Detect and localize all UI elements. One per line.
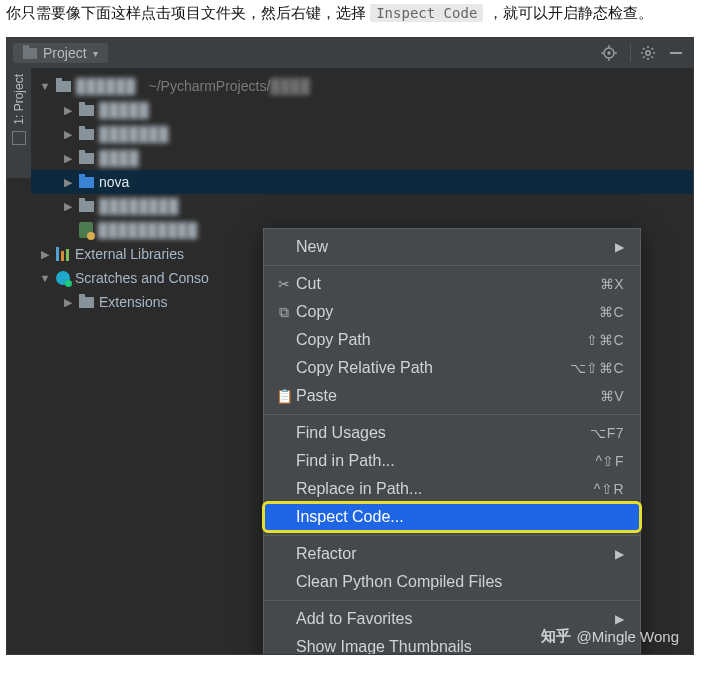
- menu-separator: [264, 600, 640, 601]
- tree-row-root[interactable]: ▼ ██████ ~/PycharmProjects/████: [31, 74, 693, 98]
- menu-item-find-in-path[interactable]: Find in Path... ^⇧F: [264, 447, 640, 475]
- pycharm-window: Project ▾ 1: Project ▼ ██████ ~/PycharmP…: [6, 37, 694, 655]
- folder-icon: [56, 81, 71, 92]
- menu-separator: [264, 265, 640, 266]
- menu-item-find-usages[interactable]: Find Usages ⌥F7: [264, 419, 640, 447]
- svg-line-12: [652, 57, 654, 59]
- expand-arrow-icon[interactable]: ▼: [39, 80, 51, 92]
- caption-prefix: 你只需要像下面这样点击项目文件夹，然后右键，选择: [6, 4, 366, 21]
- menu-item-inspect-code[interactable]: Inspect Code...: [264, 503, 640, 531]
- menu-separator: [264, 535, 640, 536]
- tool-window-label: 1: Project: [12, 74, 26, 125]
- expand-arrow-icon[interactable]: ▶: [62, 104, 74, 117]
- tree-label-obscured: ██████████: [98, 222, 197, 238]
- watermark-brand: 知乎: [541, 627, 571, 646]
- shortcut: ⌘X: [600, 276, 624, 292]
- expand-arrow-icon[interactable]: ▶: [62, 296, 74, 309]
- tree-row[interactable]: ▶ ████: [31, 146, 693, 170]
- tree-label-obscured: ████████: [99, 198, 178, 214]
- svg-line-14: [652, 48, 654, 50]
- expand-arrow-icon[interactable]: ▶: [62, 200, 74, 213]
- cut-icon: ✂: [272, 276, 296, 292]
- project-scope-label: Project: [43, 45, 87, 61]
- submenu-arrow-icon: ▶: [615, 547, 624, 561]
- libraries-icon: [56, 247, 70, 261]
- gear-icon[interactable]: [637, 42, 659, 64]
- tree-label: Scratches and Conso: [75, 270, 209, 286]
- menu-item-clean-python[interactable]: Clean Python Compiled Files: [264, 568, 640, 596]
- svg-point-1: [607, 51, 610, 54]
- tree-row[interactable]: ▶ ████████: [31, 194, 693, 218]
- menu-item-paste[interactable]: 📋 Paste ⌘V: [264, 382, 640, 410]
- menu-item-copy[interactable]: ⧉ Copy ⌘C: [264, 298, 640, 326]
- folder-icon: [79, 297, 94, 308]
- expand-arrow-icon[interactable]: ▶: [39, 248, 51, 261]
- menu-item-copy-path[interactable]: Copy Path ⇧⌘C: [264, 326, 640, 354]
- chevron-down-icon: ▾: [93, 48, 98, 59]
- context-menu: New ▶ ✂ Cut ⌘X ⧉ Copy ⌘C Copy Path ⇧⌘C C…: [263, 228, 641, 655]
- project-toolbar: Project ▾: [7, 38, 693, 68]
- svg-line-13: [643, 57, 645, 59]
- svg-line-11: [643, 48, 645, 50]
- expand-arrow-icon[interactable]: ▼: [39, 272, 51, 284]
- paste-icon: 📋: [272, 388, 296, 404]
- tree-row[interactable]: ▶ █████: [31, 98, 693, 122]
- locate-icon[interactable]: [598, 42, 620, 64]
- folder-icon: [79, 153, 94, 164]
- folder-icon: [79, 201, 94, 212]
- folder-icon: [79, 177, 94, 188]
- minimize-icon[interactable]: [665, 42, 687, 64]
- tree-row[interactable]: ▶ ███████: [31, 122, 693, 146]
- menu-item-refactor[interactable]: Refactor ▶: [264, 540, 640, 568]
- shortcut: ⌥⇧⌘C: [570, 360, 624, 376]
- tree-label-obscured: ███████: [99, 126, 168, 142]
- folder-icon: [79, 129, 94, 140]
- toolbar-divider: [630, 44, 631, 62]
- expand-arrow-icon[interactable]: ▶: [62, 152, 74, 165]
- tool-window-tab-project[interactable]: 1: Project: [7, 68, 31, 178]
- folder-icon: [23, 48, 37, 59]
- svg-rect-15: [670, 52, 682, 54]
- submenu-arrow-icon: ▶: [615, 240, 624, 254]
- python-file-icon: [79, 222, 93, 238]
- article-caption: 你只需要像下面这样点击项目文件夹，然后右键，选择 Inspect Code ，就…: [0, 0, 706, 37]
- tree-label: External Libraries: [75, 246, 184, 262]
- menu-item-replace-in-path[interactable]: Replace in Path... ^⇧R: [264, 475, 640, 503]
- copy-icon: ⧉: [272, 304, 296, 321]
- structure-tab-icon[interactable]: [12, 131, 26, 145]
- project-scope-selector[interactable]: Project ▾: [13, 43, 108, 63]
- shortcut: ⌥F7: [590, 425, 624, 441]
- shortcut: ⇧⌘C: [586, 332, 624, 348]
- caption-code: Inspect Code: [370, 4, 483, 22]
- svg-point-6: [646, 51, 650, 55]
- shortcut: ⌘V: [600, 388, 624, 404]
- submenu-arrow-icon: ▶: [615, 612, 624, 626]
- shortcut: ^⇧R: [594, 481, 624, 497]
- watermark: 知乎 @Mingle Wong: [541, 627, 680, 646]
- tree-label: Extensions: [99, 294, 167, 310]
- watermark-author: @Mingle Wong: [577, 628, 680, 645]
- tree-label-obscured: ████: [99, 150, 139, 166]
- expand-arrow-icon[interactable]: ▶: [62, 128, 74, 141]
- caption-suffix: ，就可以开启静态检查。: [488, 4, 653, 21]
- shortcut: ⌘C: [599, 304, 624, 320]
- menu-item-cut[interactable]: ✂ Cut ⌘X: [264, 270, 640, 298]
- tree-root-path: ~/PycharmProjects/████: [149, 78, 310, 94]
- menu-item-copy-relative-path[interactable]: Copy Relative Path ⌥⇧⌘C: [264, 354, 640, 382]
- menu-item-new[interactable]: New ▶: [264, 233, 640, 261]
- tree-label-obscured: ██████: [76, 78, 136, 94]
- tree-label-obscured: █████: [99, 102, 149, 118]
- tree-row-nova[interactable]: ▶ nova: [31, 170, 693, 194]
- scratches-icon: [56, 271, 70, 285]
- folder-icon: [79, 105, 94, 116]
- expand-arrow-icon[interactable]: ▶: [62, 176, 74, 189]
- menu-separator: [264, 414, 640, 415]
- shortcut: ^⇧F: [595, 453, 624, 469]
- tree-label: nova: [99, 174, 129, 190]
